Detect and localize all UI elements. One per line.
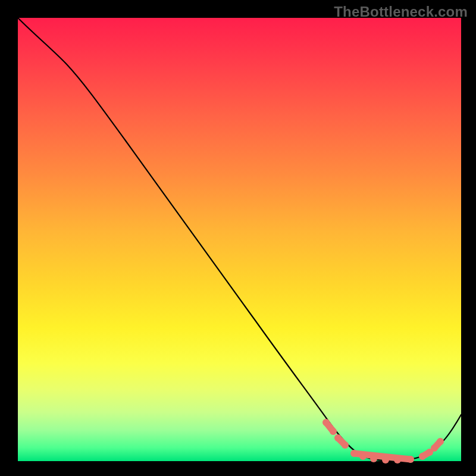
marker-dot — [437, 438, 444, 445]
marker-dot — [370, 455, 377, 462]
curve-svg — [18, 18, 461, 461]
marker-dot — [359, 453, 367, 460]
marker-dot — [334, 434, 342, 441]
marker-dot — [407, 456, 414, 463]
watermark-text: TheBottleneck.com — [334, 4, 468, 20]
marker-dot — [382, 456, 389, 464]
marker-dot — [394, 456, 401, 464]
marker-dot — [431, 444, 438, 452]
marker-dot — [322, 419, 330, 426]
marker-dot — [330, 428, 337, 435]
marker-dot — [350, 450, 358, 457]
bottleneck-curve-line — [18, 18, 461, 461]
optimal-zone-markers — [322, 419, 444, 464]
marker-dot — [419, 453, 426, 460]
plot-area — [18, 18, 461, 461]
chart-container: TheBottleneck.com — [0, 0, 476, 476]
marker-dot — [342, 441, 349, 449]
